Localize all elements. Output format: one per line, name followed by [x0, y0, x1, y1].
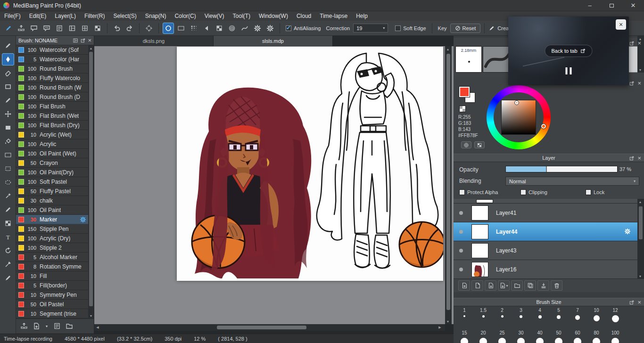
blending-select[interactable]: Normal ▾ [505, 177, 639, 186]
brush-size-option[interactable]: 2 [493, 306, 512, 329]
layer-row[interactable]: Layer43 [454, 241, 637, 260]
brush-list-scrollbar[interactable]: ▲ ▼ [88, 45, 94, 318]
menu-layer-l[interactable]: Layer(L) [50, 11, 80, 21]
bucket-tool[interactable] [2, 135, 14, 147]
protect-alpha-checkbox[interactable]: Protect Alpha [459, 189, 498, 195]
brush-item[interactable]: 5 Fill(border) [16, 281, 94, 290]
redo-icon[interactable] [124, 23, 135, 34]
brush-item[interactable]: 100 Round Brush (D [16, 92, 94, 102]
snap-curve-icon[interactable] [239, 23, 250, 34]
new-layer-icon[interactable] [458, 280, 470, 291]
snap-settings-icon[interactable] [264, 23, 276, 34]
menu-view-v[interactable]: View(V) [200, 11, 229, 21]
brush-settings-gear[interactable] [80, 216, 86, 223]
brush-size-option[interactable]: 3 [512, 306, 530, 329]
brush-folder-icon[interactable] [64, 321, 74, 331]
snap-radial-icon[interactable] [252, 23, 263, 34]
layer-visibility-toggle[interactable] [459, 230, 463, 234]
antialiasing-checkbox[interactable]: AntiAliasing [286, 25, 321, 31]
undo-icon[interactable] [111, 23, 123, 34]
menu-tool-t[interactable]: Tool(T) [229, 11, 255, 21]
layer-thumbnail[interactable] [471, 224, 488, 239]
brush-item[interactable]: 8 Rotation Symme [16, 262, 94, 271]
lock-checkbox[interactable]: Lock [586, 189, 604, 195]
copy-layer-icon[interactable] [524, 280, 536, 291]
brush-item[interactable]: 100 Flat Brush (Dry) [16, 121, 94, 130]
materials-icon[interactable] [92, 23, 103, 34]
layer-visibility-toggle[interactable] [459, 249, 463, 253]
layout-icon[interactable] [66, 23, 78, 34]
picture-in-picture-overlay[interactable]: × Back to tab [508, 16, 629, 85]
scroll-down-icon[interactable]: ▼ [88, 313, 94, 318]
eraser-tool[interactable] [2, 67, 14, 79]
brush-size-option[interactable]: 1.5 [474, 306, 493, 329]
snap-vanishing-icon[interactable] [201, 23, 212, 34]
brush-size-option[interactable]: 4 [530, 306, 549, 329]
saturation-value-square[interactable] [501, 100, 536, 135]
transparent-color-chip[interactable] [459, 106, 466, 112]
close-icon[interactable]: × [637, 41, 641, 46]
checkbox-box[interactable] [586, 189, 591, 195]
menu-time-lapse[interactable]: Time-lapse [315, 11, 352, 21]
upload-brush-icon[interactable] [19, 321, 29, 331]
pip-close-button[interactable]: × [616, 19, 626, 30]
sv-selector[interactable] [515, 101, 519, 105]
maximize-button[interactable] [601, 0, 622, 11]
rotate-reset-icon[interactable] [143, 23, 155, 34]
move-tool[interactable] [2, 108, 14, 120]
layer-row[interactable]: Layer44 [454, 222, 637, 241]
scroll-up-icon[interactable]: ▲ [445, 46, 451, 52]
brush-item[interactable]: 10 Acrylic (Wet) [16, 130, 94, 139]
brush-item[interactable]: 100 Stipple 2 [16, 243, 94, 253]
brush-item[interactable]: 50 Oil Pastel [16, 300, 94, 309]
layer-thumbnail[interactable] [471, 262, 488, 277]
minimize-button[interactable]: – [579, 0, 601, 11]
snap-concentric-icon[interactable] [226, 23, 238, 34]
menu-edit-e[interactable]: Edit(E) [25, 11, 51, 21]
scroll-down-icon[interactable]: ▼ [445, 318, 451, 324]
upload-icon[interactable] [16, 23, 27, 34]
popout-icon[interactable] [80, 38, 86, 43]
document-tab[interactable]: slsls.mdp [214, 36, 333, 46]
brush-size-option[interactable]: 40 [530, 329, 549, 343]
scroll-right-icon[interactable]: ▶ [437, 324, 443, 331]
menu-file-f[interactable]: File(F) [0, 11, 25, 21]
brush-menu-icon[interactable]: ▾ [43, 321, 50, 331]
merge-layer-icon[interactable] [537, 280, 549, 291]
snap-parallel-icon[interactable] [175, 23, 187, 34]
brush-size-option[interactable]: 5 [549, 306, 568, 329]
rotate-tool[interactable] [2, 245, 14, 257]
transfer-layer-icon[interactable] [485, 280, 496, 291]
scroll-left-icon[interactable]: ◀ [94, 324, 101, 331]
menu-window-w[interactable]: Window(W) [255, 11, 292, 21]
brush-size-option[interactable]: 25 [493, 329, 512, 343]
layer-row[interactable]: Layer41 [454, 204, 637, 222]
layer-thumbnail[interactable] [471, 205, 488, 220]
brush-item[interactable]: 50 Crayon [16, 158, 94, 168]
horizontal-scroll-thumb[interactable] [217, 326, 306, 329]
close-icon[interactable]: × [88, 38, 91, 43]
brush-item[interactable]: 100 Acrylic (Dry) [16, 234, 94, 243]
menu-cloud[interactable]: Cloud [292, 11, 315, 21]
brush-item[interactable]: 10 Segment (trise [16, 309, 94, 318]
menu-help[interactable]: Help [352, 11, 372, 21]
snap-grid-icon[interactable] [188, 23, 199, 34]
antialiasing-checkbox-box[interactable] [286, 25, 291, 31]
brush-item[interactable]: 100 Watercolor (Sof [16, 45, 94, 55]
snap-cross-icon[interactable] [214, 23, 225, 34]
duplicate-layer-icon[interactable] [471, 280, 483, 291]
fill-rect-tool[interactable] [2, 122, 14, 134]
gradient-tool[interactable] [2, 149, 14, 161]
magic-wand-tool[interactable] [2, 190, 14, 202]
panel-menu-icon[interactable] [73, 38, 78, 43]
grid-icon[interactable] [79, 23, 91, 34]
layer-row-partial[interactable] [454, 199, 637, 204]
pause-icon[interactable] [566, 67, 572, 74]
brush-item[interactable]: 100 Round Brush [16, 64, 94, 74]
layer-visibility-toggle[interactable] [459, 211, 463, 215]
close-icon[interactable]: × [637, 300, 641, 305]
brush-size-option[interactable]: 100 [606, 329, 625, 343]
document-tab[interactable]: dksls.png [94, 36, 214, 46]
clipping-checkbox[interactable]: Clipping [520, 189, 547, 195]
menu-snap-n[interactable]: Snap(N) [141, 11, 171, 21]
